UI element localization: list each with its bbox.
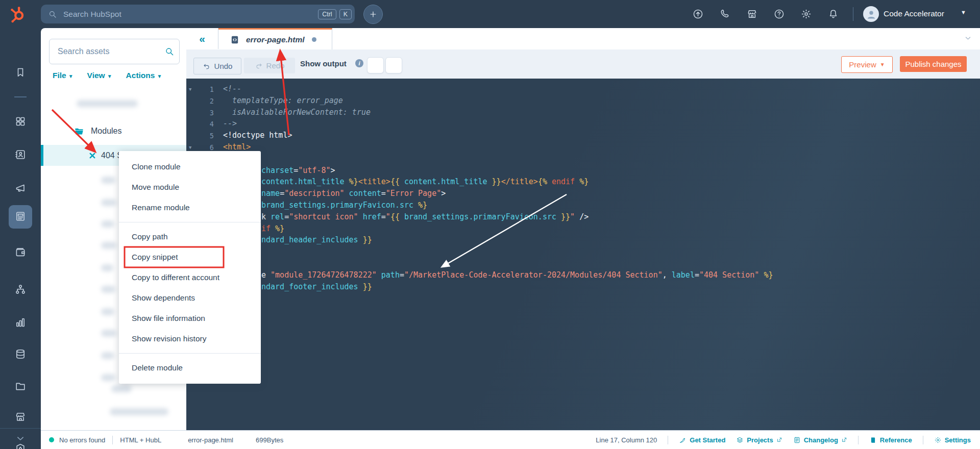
status-link-reference[interactable]: Reference: [869, 436, 912, 444]
tab-error-page[interactable]: error-page.html: [218, 28, 332, 49]
folder-icon: [14, 380, 27, 392]
settings-icon: [800, 8, 812, 20]
status-link-settings[interactable]: Settings: [934, 436, 971, 444]
topbar-divider: [853, 7, 853, 21]
undo-button[interactable]: Undo: [193, 58, 241, 74]
calling-button[interactable]: [719, 8, 731, 20]
code-line-1: ▼1<!--: [186, 84, 980, 96]
menu-item-show-dependents[interactable]: Show dependents: [119, 288, 261, 308]
redacted-tree-item[interactable]: [101, 352, 114, 359]
notifications-button[interactable]: [827, 8, 839, 20]
asset-search-input[interactable]: [57, 46, 164, 57]
sidebar-item-marketplace-nav[interactable]: [14, 411, 27, 423]
menu-item-show-revision-history[interactable]: Show revision history: [119, 329, 261, 349]
tree-item-modules-folder[interactable]: Modules: [41, 122, 186, 140]
code-text: if %}: [261, 224, 284, 233]
code-line-11: 11brand_settings.primaryFavicon.src %}: [186, 201, 980, 212]
folder-open-icon: [74, 126, 85, 137]
info-icon[interactable]: i: [355, 59, 363, 67]
menu-item-show-file-information[interactable]: Show file information: [119, 308, 261, 329]
avatar[interactable]: [863, 6, 879, 22]
module-tools-icon: [88, 151, 97, 160]
create-button[interactable]: [363, 5, 383, 24]
chevron-down-icon[interactable]: ▼: [961, 9, 966, 15]
menu-item-move-module[interactable]: Move module: [119, 177, 261, 197]
redacted-tree-item[interactable]: [101, 264, 113, 271]
module-context-menu: Clone moduleMove moduleRename moduleCopy…: [119, 151, 261, 384]
redacted-tree-item[interactable]: [77, 100, 138, 107]
sidebar-item-commerce[interactable]: [14, 246, 27, 258]
menu-item-copy-path[interactable]: Copy path: [119, 227, 261, 247]
status-link-projects[interactable]: Projects: [736, 436, 782, 444]
line-number: 2: [193, 97, 214, 105]
redacted-tree-item[interactable]: [101, 199, 116, 206]
preview-button[interactable]: Preview▼: [841, 56, 893, 73]
status-link-changelog[interactable]: Changelog: [793, 436, 847, 444]
menu-divider: [119, 222, 261, 222]
top-navigation-bar: Ctrl K Code Accelerator ▼: [0, 0, 980, 28]
help-button[interactable]: [773, 8, 785, 20]
reference-icon: [869, 436, 877, 444]
sitemap-icon: [14, 283, 27, 295]
settings-button[interactable]: [800, 8, 812, 20]
global-search[interactable]: Ctrl K: [41, 5, 355, 23]
status-no-errors-found: No errors found: [59, 436, 105, 444]
file-menu[interactable]: File▼: [53, 71, 74, 80]
fold-caret-icon[interactable]: ▼: [189, 87, 191, 92]
view-menu[interactable]: View▼: [87, 71, 112, 80]
menu-item-copy-to-different-account[interactable]: Copy to different account: [119, 267, 261, 288]
menu-item-copy-snippet[interactable]: Copy snippet: [119, 247, 261, 267]
menu-item-clone-module[interactable]: Clone module: [119, 157, 261, 177]
status-699bytes: 699Bytes: [256, 436, 283, 444]
code-text: name="description" content="Error Page">: [261, 189, 446, 198]
redacted-tree-item[interactable]: [110, 408, 168, 415]
hubspot-logo-icon[interactable]: [7, 5, 27, 24]
publish-changes-button[interactable]: Publish changes: [900, 56, 967, 72]
topbar-icon-group: [692, 8, 839, 20]
search-icon[interactable]: [164, 46, 175, 57]
account-name[interactable]: Code Accelerator: [884, 9, 944, 18]
code-editor[interactable]: ▼1<!--2 templateType: error_page3 isAvai…: [186, 79, 980, 430]
sidebar-item-crm[interactable]: [14, 148, 27, 161]
sidebar-item-data[interactable]: [14, 348, 27, 360]
code-text: ndard_header_includes }}: [261, 235, 372, 244]
redacted-tree-item[interactable]: [101, 220, 114, 228]
shortcut-key-ctrl: Ctrl: [318, 9, 336, 19]
status-link-get-started[interactable]: Get Started: [679, 436, 725, 444]
redacted-tree-item[interactable]: [101, 308, 114, 315]
toggle-segment[interactable]: [385, 57, 402, 73]
global-search-input[interactable]: [62, 9, 318, 19]
redacted-tree-item[interactable]: [101, 242, 116, 249]
redacted-tree-item[interactable]: [111, 385, 132, 392]
fold-caret-icon[interactable]: ▼: [189, 145, 191, 150]
sidebar-item-library[interactable]: [14, 380, 27, 392]
tab-overflow-chevron-icon[interactable]: [963, 33, 973, 43]
menu-item-rename-module[interactable]: Rename module: [119, 197, 261, 218]
collapse-sidebar-button[interactable]: «: [186, 28, 218, 49]
status-bar-right: Line 17, Column 120Get StartedProjectsCh…: [596, 431, 971, 449]
sidebar-item-marketing[interactable]: [14, 182, 27, 194]
external-link-icon: [776, 437, 782, 443]
sidebar-item-workspaces[interactable]: [14, 115, 27, 128]
code-line-2: 2 templateType: error_page: [186, 96, 980, 108]
upgrade-button[interactable]: [692, 8, 704, 20]
toggle-segment[interactable]: [367, 57, 384, 73]
marketplace-button[interactable]: [746, 8, 758, 20]
sidebar-item-bookmarks[interactable]: [14, 66, 27, 79]
actions-menu[interactable]: Actions▼: [126, 71, 162, 80]
redacted-tree-item[interactable]: [101, 286, 115, 293]
sidebar-item-content[interactable]: [14, 210, 27, 222]
redacted-tree-item[interactable]: [101, 330, 116, 337]
marketplace-icon: [746, 8, 758, 20]
line-number: 6: [193, 143, 214, 152]
redacted-tree-item[interactable]: [101, 374, 115, 381]
menu-item-delete-module[interactable]: Delete module: [119, 358, 261, 378]
output-view-toggle[interactable]: [367, 57, 402, 73]
redo-button[interactable]: Redo: [244, 58, 295, 73]
asset-search[interactable]: [49, 39, 180, 64]
sidebar-item-reporting[interactable]: [14, 316, 27, 329]
sidebar-item-automations[interactable]: [14, 283, 27, 295]
redacted-tree-item[interactable]: [101, 177, 115, 184]
redo-icon: [255, 62, 263, 70]
collapse-nav-button[interactable]: [14, 432, 27, 444]
